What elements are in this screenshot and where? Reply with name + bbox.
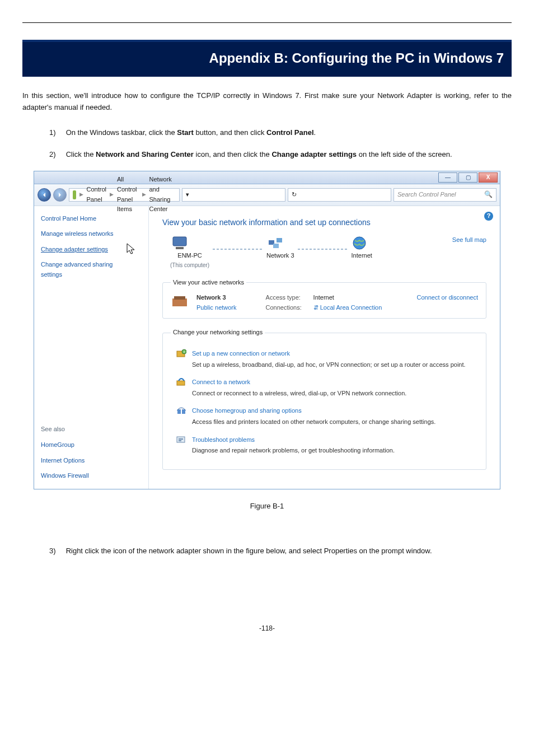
network-line-icon [213,249,263,250]
step-1-text-b: button, and then click [194,128,266,137]
svg-rect-6 [172,298,187,306]
intro-paragraph: In this section, we'll introduce how to … [22,90,512,114]
homegroup-desc: Access files and printers located on oth… [192,417,435,427]
step-1-bold-2: Control Panel [266,128,314,137]
figure-caption: Figure B-1 [22,501,512,512]
active-network-name: Network 3 [196,293,237,303]
main-content-panel: ? View your basic network information an… [149,206,500,489]
network-map-row: ENM-PC (This computer) Network 3 [170,235,486,270]
homegroup-icon [176,406,186,416]
setup-connection-icon: + [176,349,186,359]
setup-connection-item[interactable]: + Set up a new connection or network Set… [176,349,478,370]
troubleshoot-item[interactable]: Troubleshoot problems Diagnose and repai… [176,435,478,456]
step-1-bold-1: Start [177,128,194,137]
mouse-cursor-icon [126,242,136,255]
setup-connection-desc: Set up a wireless, broadband, dial-up, a… [192,360,466,370]
page-number: -118- [0,623,534,634]
see-full-map-link[interactable]: See full map [452,235,486,245]
svg-rect-0 [173,237,186,246]
step-1-number: 1) [49,127,64,139]
setup-connection-heading: Set up a new connection or network [192,349,466,359]
step-2-text-c: on the left side of the screen. [357,150,452,158]
minimize-button[interactable]: — [438,172,457,183]
step-1: 1) On the Windows taskbar, click the Sta… [49,127,512,139]
figure-b1-screenshot: — ▢ X ▶ Control Panel ▶ All Control Pane… [34,171,500,489]
nav-forward-button[interactable] [53,188,67,202]
network-node: Network 3 [266,235,294,261]
step-3-text: Right click the icon of the network adap… [66,547,432,555]
windows-firewall-link[interactable]: Windows Firewall [41,471,142,481]
connect-or-disconnect-link[interactable]: Connect or disconnect [417,293,478,303]
step-2-bold-2: Change adapter settings [271,150,357,158]
see-also-label: See also [41,424,142,435]
connect-network-heading: Connect to a network [192,377,406,388]
network-icon [266,235,285,251]
troubleshoot-desc: Diagnose and repair network problems, or… [192,446,395,456]
connect-network-item[interactable]: Connect to a network Connect or reconnec… [176,377,478,398]
public-network-link[interactable]: Public network [196,303,237,313]
this-computer-label: (This computer) [170,261,209,270]
arrow-right-icon [57,192,63,198]
troubleshoot-icon [176,435,186,445]
breadcrumb-arrow-icon: ▶ [110,190,114,198]
change-advanced-sharing-link[interactable]: Change advanced sharing settings [41,260,142,279]
svg-rect-12 [177,409,181,414]
search-icon: 🔍 [484,189,493,200]
svg-point-5 [353,237,366,249]
active-network-icon [171,293,190,310]
step-2: 2) Click the Network and Sharing Center … [49,149,512,161]
breadcrumb-arrow-icon: ▶ [79,190,83,198]
manage-wireless-networks-link[interactable]: Manage wireless networks [41,229,142,239]
step-2-bold-1: Network and Sharing Center [96,150,194,158]
svg-rect-16 [179,440,181,441]
window-titlebar: — ▢ X [34,171,500,184]
connect-network-icon [176,377,186,388]
internet-options-link[interactable]: Internet Options [41,456,142,466]
search-input[interactable]: Search Control Panel 🔍 [394,188,496,202]
globe-icon [352,235,367,251]
nav-back-button[interactable] [38,188,51,202]
homegroup-heading: Choose homegroup and sharing options [192,406,435,416]
step-1-text-a: On the Windows taskbar, click the [66,128,177,137]
access-type-label: Access type: [266,293,312,303]
computer-icon [170,235,189,251]
help-button[interactable]: ? [484,212,493,221]
breadcrumb-dropdown[interactable]: ▾ [182,188,285,202]
svg-rect-15 [179,438,183,440]
search-placeholder: Search Control Panel [397,190,456,200]
homegroup-item[interactable]: Choose homegroup and sharing options Acc… [176,406,478,427]
control-panel-icon [73,190,76,199]
access-type-value: Internet [313,294,334,301]
explorer-address-bar: ▶ Control Panel ▶ All Control Panel Item… [34,184,500,206]
left-nav-panel: Control Panel Home Manage wireless netwo… [34,206,149,489]
breadcrumb-arrow-icon: ▶ [142,190,146,198]
troubleshoot-heading: Troubleshoot problems [192,435,395,445]
internet-node: Internet [352,235,372,261]
breadcrumb-control-panel[interactable]: Control Panel [87,185,106,204]
change-settings-group: Change your networking settings + Set up… [162,328,486,469]
maximize-button[interactable]: ▢ [458,172,477,183]
breadcrumb-field[interactable]: ▶ Control Panel ▶ All Control Panel Item… [69,188,180,202]
appendix-banner: Appendix B: Configuring the PC in Window… [22,40,512,77]
page-heading: View your basic network information and … [162,216,486,228]
step-2-text-a: Click the [66,150,96,158]
svg-rect-3 [277,238,282,242]
arrow-left-icon [41,192,47,198]
control-panel-home-link[interactable]: Control Panel Home [41,214,142,224]
change-settings-legend: Change your networking settings [171,328,265,338]
local-area-connection-link[interactable]: Local Area Connection [320,304,382,311]
svg-rect-13 [182,409,185,414]
change-adapter-settings-link[interactable]: Change adapter settings [41,245,142,255]
homegroup-link[interactable]: HomeGroup [41,440,142,450]
step-3-number: 3) [49,545,64,557]
computer-name-label: ENM-PC [170,251,209,261]
step-3: 3) Right click the icon of the network a… [49,545,512,557]
active-networks-legend: View your active networks [171,278,246,288]
svg-text:+: + [183,350,185,354]
breadcrumb-refresh-button[interactable]: ↻ [288,188,391,202]
svg-rect-4 [273,244,279,248]
step-2-number: 2) [49,149,64,161]
svg-rect-7 [174,296,185,300]
step-2-text-b: icon, and then click the [194,150,271,158]
close-button[interactable]: X [479,172,498,183]
